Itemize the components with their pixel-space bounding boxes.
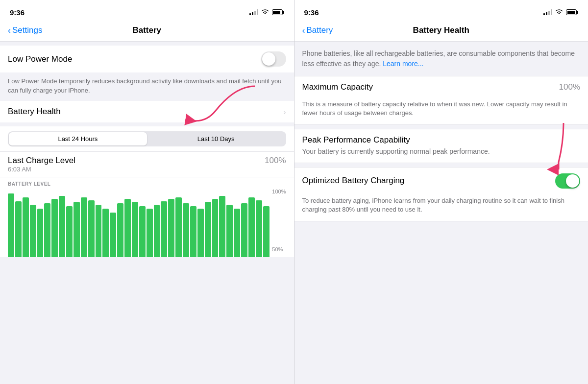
chart-bar <box>219 196 225 257</box>
status-time-right: 9:36 <box>304 8 319 17</box>
status-icons-left <box>249 9 284 16</box>
optimized-wrapper: Optimized Battery Charging To reduce bat… <box>294 167 588 221</box>
battery-icon-right <box>566 9 578 15</box>
capacity-row: Maximum Capacity 100% <box>294 76 588 98</box>
chart-y-labels: 100% 50% <box>269 189 286 252</box>
back-chevron-left: ‹ <box>8 26 11 35</box>
segment-control[interactable]: Last 24 Hours Last 10 Days <box>8 131 286 146</box>
battery-health-chevron: › <box>284 108 286 116</box>
status-bar-right: 9:36 <box>294 0 588 22</box>
nav-bar-left: ‹ Settings Battery <box>0 22 294 42</box>
chart-bar <box>256 200 262 257</box>
peak-row: Peak Performance Capability Your battery… <box>294 129 588 163</box>
chart-bars <box>8 193 269 257</box>
chart-bar <box>124 199 131 257</box>
divider-top-left <box>0 42 294 46</box>
last-charge-title: Last Charge Level <box>8 156 75 166</box>
capacity-section: Maximum Capacity 100% This is a measure … <box>294 76 588 125</box>
chart-bar <box>183 203 189 257</box>
last-charge-percent: 100% <box>265 156 286 166</box>
divider-mid-left <box>0 122 294 126</box>
nav-bar-right: ‹ Battery Battery Health <box>294 22 588 42</box>
chart-bar <box>212 199 219 257</box>
back-chevron-right: ‹ <box>302 26 305 35</box>
chart-bar <box>15 201 22 258</box>
nav-title-right: Battery Health <box>413 25 469 35</box>
segment-10d[interactable]: Last 10 Days <box>147 132 285 145</box>
y-label-100: 100% <box>272 189 286 194</box>
right-panel: 9:36 ‹ Battery Battery Health <box>294 0 588 384</box>
chart-bar <box>234 209 240 257</box>
peak-section: Peak Performance Capability Your battery… <box>294 129 588 163</box>
optimized-section: Optimized Battery Charging To reduce bat… <box>294 167 588 221</box>
back-label-left: Settings <box>12 25 42 35</box>
chart-bar <box>168 199 174 257</box>
peak-title: Peak Performance Capability <box>302 135 581 145</box>
chart-bar <box>44 203 50 257</box>
content-left: Low Power Mode Low Power Mode temporaril… <box>0 42 294 384</box>
learn-more-link[interactable]: Learn more... <box>383 60 423 68</box>
capacity-label: Maximum Capacity <box>302 82 373 92</box>
content-right: Phone batteries, like all rechargeable b… <box>294 42 588 384</box>
low-power-label: Low Power Mode <box>8 54 72 64</box>
chart-wrapper: 100% 50% <box>8 189 286 257</box>
y-label-50: 50% <box>272 246 286 252</box>
chart-bar <box>23 197 29 257</box>
low-power-row: Low Power Mode <box>0 46 294 72</box>
optimized-label: Optimized Battery Charging <box>302 176 405 186</box>
chart-bar <box>263 206 270 257</box>
chart-bar <box>37 209 44 257</box>
low-power-section: Low Power Mode <box>0 46 294 72</box>
status-icons-right <box>543 9 578 16</box>
chart-label: BATTERY LEVEL <box>8 181 286 187</box>
chart-bar <box>248 197 255 257</box>
chart-bar <box>147 209 153 257</box>
chart-area: BATTERY LEVEL 100% 50% <box>0 177 294 257</box>
chart-bar <box>197 209 204 257</box>
battery-health-wrapper: Battery Health › <box>0 101 294 122</box>
chevron-right-battery: › <box>284 108 286 116</box>
optimized-description: To reduce battery aging, iPhone learns f… <box>294 194 588 221</box>
chart-bar <box>226 205 233 257</box>
battery-health-label: Battery Health <box>8 107 61 117</box>
battery-health-row[interactable]: Battery Health › <box>0 101 294 122</box>
capacity-value: 100% <box>559 82 580 92</box>
chart-bar <box>81 197 87 257</box>
back-label-right: Battery <box>307 25 333 35</box>
chart-bar <box>132 202 138 257</box>
wifi-icon-left <box>261 9 269 16</box>
optimized-toggle[interactable] <box>555 173 580 189</box>
segment-24h[interactable]: Last 24 Hours <box>9 132 147 145</box>
signal-bars-right <box>543 9 552 15</box>
nav-title-left: Battery <box>132 25 161 35</box>
back-button-left[interactable]: ‹ Settings <box>8 25 42 35</box>
optimized-row: Optimized Battery Charging <box>294 168 588 194</box>
chart-bar <box>88 200 95 257</box>
battery-icon-left <box>272 9 284 15</box>
toggle-knob-low-power <box>262 52 275 66</box>
peak-description: Your battery is currently supporting nor… <box>302 147 581 157</box>
chart-bar <box>59 196 65 257</box>
chart-bar <box>139 206 146 257</box>
status-time-left: 9:36 <box>10 8 24 17</box>
toggle-knob-optimized <box>566 174 579 188</box>
chart-bar <box>110 213 116 258</box>
wifi-icon-right <box>555 9 563 16</box>
battery-health-section: Battery Health › <box>0 101 294 122</box>
chart-bar <box>241 203 247 257</box>
last-charge-row: Last Charge Level 6:03 AM 100% <box>0 152 294 177</box>
left-panel: 9:36 ‹ Settings Battery <box>0 0 294 384</box>
intro-text: Phone batteries, like all rechargeable b… <box>302 49 575 68</box>
chart-bar <box>161 201 167 258</box>
last-charge-info: Last Charge Level 6:03 AM <box>8 156 75 173</box>
chart-bar <box>175 197 182 257</box>
low-power-toggle[interactable] <box>261 51 286 67</box>
intro-section: Phone batteries, like all rechargeable b… <box>294 42 588 76</box>
status-bar-left: 9:36 <box>0 0 294 22</box>
chart-bar <box>51 199 58 257</box>
back-button-right[interactable]: ‹ Battery <box>302 25 333 35</box>
low-power-description-row: Low Power Mode temporarily reduces backg… <box>0 72 294 101</box>
signal-bars-left <box>249 9 258 15</box>
chart-bar <box>30 205 36 257</box>
chart-bar <box>66 206 73 257</box>
